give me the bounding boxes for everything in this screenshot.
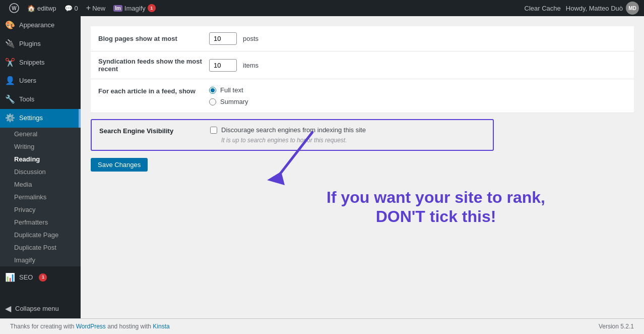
summary-radio[interactable] [209, 98, 216, 105]
sidebar-sub-general[interactable]: General [0, 128, 81, 140]
new-content-button[interactable]: + New [82, 0, 109, 16]
tools-icon: 🔧 [5, 94, 15, 105]
sidebar-sub-perfmatters[interactable]: Perfmatters [0, 216, 81, 229]
wp-logo-icon: W [9, 3, 19, 13]
collapse-icon: ◀ [5, 304, 11, 314]
howdy-text: Howdy, Matteo Duò [566, 5, 623, 12]
blog-pages-field: posts [209, 32, 626, 45]
summary-option[interactable]: Summary [209, 98, 248, 105]
sidebar-item-appearance[interactable]: 🎨 Appearance [0, 16, 81, 35]
comments-icon: 💬 [65, 5, 73, 12]
full-text-radio[interactable] [209, 87, 216, 94]
full-text-option[interactable]: Full text [209, 86, 248, 94]
syndication-label: Syndication feeds show the most recent [98, 58, 209, 73]
blog-pages-input[interactable] [209, 32, 237, 45]
sidebar-item-label: Settings [19, 114, 43, 123]
sidebar-sub-media[interactable]: Media [0, 178, 81, 191]
plus-icon: + [86, 4, 91, 13]
full-text-label: Full text [220, 86, 243, 94]
plugins-icon: 🔌 [5, 39, 15, 49]
search-engine-visibility-box: Search Engine Visibility Discourage sear… [91, 119, 494, 151]
footer-kinsta-link[interactable]: Kinsta [153, 323, 169, 330]
footer-hosting-text: and hosting with [107, 323, 153, 330]
imagify-badge: 1 [148, 4, 156, 12]
syndication-input[interactable] [209, 59, 237, 72]
sidebar-item-label: Snippets [19, 59, 45, 67]
syndication-row: Syndication feeds show the most recent i… [91, 51, 634, 79]
blog-pages-row: Blog pages show at most posts [91, 26, 634, 51]
sidebar-item-tools[interactable]: 🔧 Tools [0, 90, 81, 109]
snippets-icon: ✂️ [5, 58, 15, 68]
annotation-text: If you want your site to rank, DON'T tic… [323, 188, 549, 227]
sidebar-item-settings[interactable]: ⚙️ Settings [0, 109, 81, 128]
top-bar-left: W 🏠 editwp 💬 0 + New Im Imagify 1 [5, 0, 160, 16]
sidebar-sub-permalinks[interactable]: Permalinks [0, 191, 81, 203]
sidebar-sub-duplicate-post[interactable]: Duplicate Post [0, 241, 81, 254]
sidebar: 🎨 Appearance 🔌 Plugins ✂️ Snippets 👤 Use… [0, 16, 81, 318]
syndication-field: items [209, 59, 626, 72]
summary-label: Summary [220, 98, 248, 105]
save-changes-button[interactable]: Save Changes [91, 158, 148, 172]
syndication-unit: items [243, 62, 259, 69]
sidebar-collapse-menu[interactable]: ◀ Collapse menu [0, 300, 81, 318]
new-label: New [92, 5, 105, 12]
blog-pages-unit: posts [243, 35, 259, 42]
wp-logo-button[interactable]: W [5, 0, 23, 16]
sidebar-sub-duplicate-page[interactable]: Duplicate Page [0, 229, 81, 241]
sidebar-sub-reading[interactable]: Reading [0, 153, 81, 165]
sidebar-item-users[interactable]: 👤 Users [0, 72, 81, 90]
sev-checkbox-label: Discourage search engines from indexing … [221, 126, 366, 134]
sev-row: Search Engine Visibility Discourage sear… [99, 126, 485, 144]
sev-checkbox-row: Discourage search engines from indexing … [210, 126, 485, 134]
feed-article-row: For each article in a feed, show Full te… [91, 79, 634, 113]
main-layout: 🎨 Appearance 🔌 Plugins ✂️ Snippets 👤 Use… [0, 16, 644, 318]
users-icon: 👤 [5, 76, 15, 86]
settings-sub-menu: General Writing Reading Discussion Media… [0, 128, 81, 266]
site-name-text: editwp [37, 5, 56, 12]
feed-article-label: For each article in a feed, show [98, 86, 209, 95]
sidebar-sub-imagify[interactable]: Imagify [0, 254, 81, 266]
settings-icon: ⚙️ [5, 113, 15, 124]
svg-marker-3 [267, 172, 285, 185]
collapse-label: Collapse menu [15, 305, 59, 313]
sidebar-sub-discussion[interactable]: Discussion [0, 165, 81, 178]
footer-left: Thanks for creating with WordPress and h… [10, 323, 170, 330]
sidebar-item-snippets[interactable]: ✂️ Snippets [0, 53, 81, 72]
seo-icon: 📊 [5, 272, 15, 283]
comments-count: 0 [75, 5, 78, 12]
sidebar-item-label: Users [19, 77, 36, 85]
sidebar-item-label: Tools [19, 95, 34, 104]
site-name-link[interactable]: 🏠 editwp [23, 0, 60, 16]
footer-thanks: Thanks for creating with [10, 323, 76, 330]
sidebar-item-label: Appearance [19, 21, 54, 30]
sidebar-sub-writing[interactable]: Writing [0, 140, 81, 153]
home-icon: 🏠 [27, 5, 35, 12]
blog-pages-label: Blog pages show at most [98, 35, 209, 42]
sidebar-sub-privacy[interactable]: Privacy [0, 203, 81, 216]
top-bar: W 🏠 editwp 💬 0 + New Im Imagify 1 Clear … [0, 0, 644, 16]
sev-checkbox[interactable] [210, 127, 217, 134]
footer-version: Version 5.2.1 [599, 323, 634, 330]
sev-label: Search Engine Visibility [99, 126, 210, 135]
sidebar-item-plugins[interactable]: 🔌 Plugins [0, 35, 81, 53]
sidebar-item-seo[interactable]: 📊 SEO 1 [0, 268, 81, 287]
feed-article-options: Full text Summary [209, 86, 248, 105]
comments-link[interactable]: 💬 0 [60, 0, 82, 16]
sidebar-item-label: SEO [19, 273, 33, 282]
footer-wordpress-link[interactable]: WordPress [76, 323, 106, 330]
sev-help-text: It is up to search engines to honor this… [221, 137, 485, 144]
footer: Thanks for creating with WordPress and h… [0, 318, 644, 334]
sidebar-item-label: Plugins [19, 40, 41, 48]
content-area: Blog pages show at most posts Syndicatio… [81, 16, 644, 318]
imagify-icon: Im [113, 5, 122, 12]
clear-cache-button[interactable]: Clear Cache [525, 5, 561, 12]
imagify-link[interactable]: Im Imagify 1 [109, 0, 160, 16]
top-bar-right: Clear Cache Howdy, Matteo Duò MD [525, 2, 639, 15]
imagify-label: Imagify [124, 5, 146, 12]
svg-text:W: W [12, 6, 17, 11]
sev-field: Discourage search engines from indexing … [210, 126, 485, 144]
howdy-section: Howdy, Matteo Duò MD [566, 2, 639, 15]
appearance-icon: 🎨 [5, 20, 15, 31]
seo-badge: 1 [39, 273, 47, 282]
avatar: MD [626, 2, 639, 15]
